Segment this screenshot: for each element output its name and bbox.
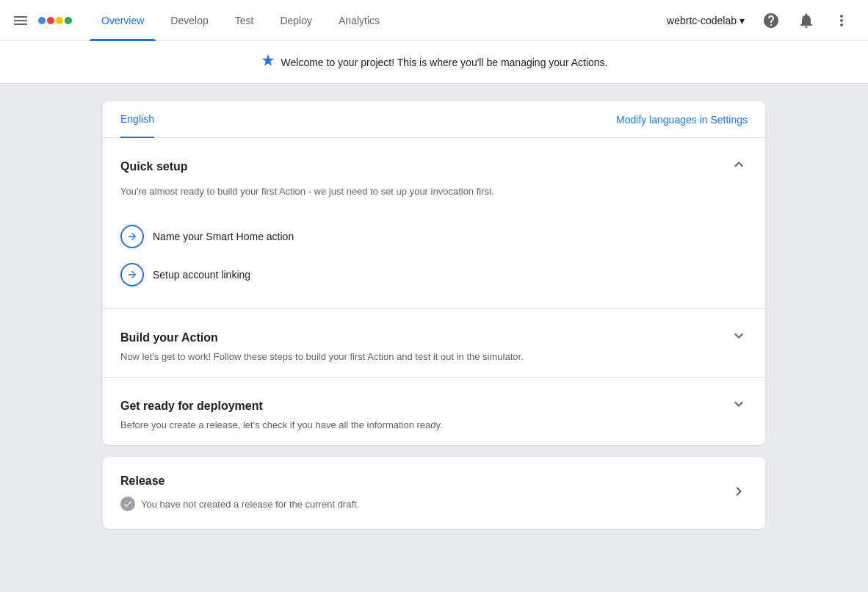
logo-dot-yellow (56, 17, 63, 24)
help-button[interactable] (756, 6, 786, 35)
modify-languages-link[interactable]: Modify languages in Settings (616, 114, 748, 126)
notifications-button[interactable] (792, 6, 821, 35)
setup-item-account-icon (120, 263, 144, 286)
main-content: English Modify languages in Settings Qui… (0, 84, 868, 592)
welcome-banner: Welcome to your project! This is where y… (0, 41, 868, 84)
quick-setup-title: Quick setup (120, 160, 188, 173)
release-title: Release (120, 474, 359, 488)
quick-setup-subtitle: You're almost ready to build your first … (103, 186, 765, 212)
release-status: You have not created a release for the c… (120, 497, 359, 511)
build-action-title: Build your Action (120, 331, 218, 344)
nav-link-overview[interactable]: Overview (90, 0, 156, 41)
deployment-title: Get ready for deployment (120, 400, 263, 413)
release-chevron[interactable] (730, 483, 748, 504)
more-options-button[interactable] (827, 6, 856, 35)
top-nav: Overview Develop Test Deploy Analytics w… (0, 0, 868, 41)
quick-setup-title-area: Quick setup (120, 160, 188, 173)
release-status-text: You have not created a release for the c… (141, 499, 359, 510)
logo-dot-red (47, 17, 54, 24)
quick-setup-chevron (730, 156, 748, 177)
nav-link-analytics[interactable]: Analytics (327, 0, 391, 41)
deployment-subtitle: Before you create a release, let's check… (103, 419, 765, 445)
logo-dot-green (65, 17, 72, 24)
setup-item-account-label: Setup account linking (153, 269, 250, 281)
setup-item-name-icon (120, 225, 144, 248)
build-action-subtitle: Now let's get to work! Follow these step… (103, 351, 765, 377)
setup-item-name[interactable]: Name your Smart Home action (120, 217, 748, 256)
build-action-section: Build your Action Now let's get to work!… (103, 309, 765, 378)
google-logo (38, 17, 72, 24)
nav-link-test[interactable]: Test (223, 0, 266, 41)
nav-right: webrtc-codelab ▾ (661, 6, 856, 35)
release-status-icon (120, 497, 135, 511)
build-action-title-area: Build your Action (120, 331, 218, 344)
deployment-chevron (730, 395, 748, 416)
project-name: webrtc-codelab (667, 15, 737, 26)
logo-dot-blue (38, 17, 46, 24)
nav-link-develop[interactable]: Develop (159, 0, 220, 41)
release-content: Release You have not created a release f… (120, 474, 359, 511)
project-dropdown-icon: ▾ (739, 15, 745, 26)
nav-link-deploy[interactable]: Deploy (268, 0, 324, 41)
deployment-section: Get ready for deployment Before you crea… (103, 378, 765, 445)
english-tab[interactable]: English (120, 101, 154, 138)
sparkle-icon (261, 53, 275, 71)
setup-items: Name your Smart Home action Setup accoun… (103, 212, 765, 308)
main-card: English Modify languages in Settings Qui… (103, 101, 765, 445)
nav-links: Overview Develop Test Deploy Analytics (90, 0, 661, 41)
setup-item-name-label: Name your Smart Home action (153, 231, 294, 242)
deployment-header[interactable]: Get ready for deployment (103, 378, 765, 416)
welcome-message: Welcome to your project! This is where y… (281, 57, 608, 68)
build-action-chevron (730, 327, 748, 348)
hamburger-button[interactable] (12, 12, 29, 29)
quick-setup-section: Quick setup You're almost ready to build… (103, 138, 765, 309)
language-tabs: English Modify languages in Settings (103, 101, 765, 138)
quick-setup-header[interactable]: Quick setup (103, 138, 765, 183)
deployment-title-area: Get ready for deployment (120, 400, 263, 413)
build-action-header[interactable]: Build your Action (103, 309, 765, 348)
project-selector[interactable]: webrtc-codelab ▾ (661, 12, 751, 29)
setup-item-account[interactable]: Setup account linking (120, 256, 748, 294)
release-card: Release You have not created a release f… (103, 457, 765, 529)
